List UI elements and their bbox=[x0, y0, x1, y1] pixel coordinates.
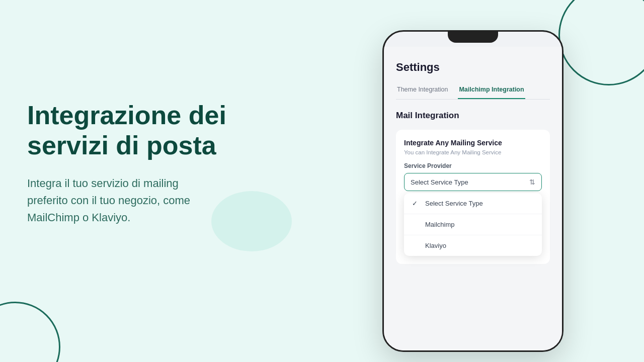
settings-panel: Settings Theme Integration Mailchimp Int… bbox=[384, 47, 562, 279]
select-box-text: Select Service Type bbox=[411, 178, 468, 186]
subtitle: Integra il tuo servizio di mailing prefe… bbox=[27, 175, 289, 226]
deco-circle-top-right bbox=[558, 0, 644, 85]
left-content: Integrazione dei servizi di posta Integr… bbox=[27, 101, 289, 226]
card-subtext: You can Integrate Any Mailing Service bbox=[404, 149, 542, 155]
phone-container: Settings Theme Integration Mailchimp Int… bbox=[382, 30, 564, 352]
checkmark-icon: ✓ bbox=[412, 200, 420, 207]
dropdown-item-label-1: Mailchimp bbox=[425, 221, 455, 228]
field-label: Service Provider bbox=[404, 162, 542, 169]
card-heading: Integrate Any Mailing Service bbox=[404, 139, 542, 147]
empty-check-1 bbox=[412, 221, 420, 228]
settings-title: Settings bbox=[396, 61, 550, 74]
section-title: Mail Integration bbox=[396, 111, 550, 121]
phone-shell: Settings Theme Integration Mailchimp Int… bbox=[382, 30, 564, 352]
dropdown-item-klaviyo[interactable]: Klaviyo bbox=[404, 235, 542, 256]
integration-card: Integrate Any Mailing Service You can In… bbox=[396, 130, 550, 264]
tab-mailchimp-integration[interactable]: Mailchimp Integration bbox=[458, 83, 525, 99]
dropdown-item-mailchimp[interactable]: Mailchimp bbox=[404, 214, 542, 235]
dropdown-item-label-0: Select Service Type bbox=[425, 200, 483, 207]
select-chevron-icon: ⇅ bbox=[529, 178, 535, 186]
title-line2: servizi di posta bbox=[27, 131, 216, 160]
tab-theme-integration[interactable]: Theme Integration bbox=[396, 83, 449, 99]
phone-notch bbox=[448, 32, 498, 43]
phone-content: Settings Theme Integration Mailchimp Int… bbox=[384, 47, 562, 350]
deco-circle-bottom-left bbox=[0, 302, 60, 362]
dropdown-item-label-2: Klaviyo bbox=[425, 242, 446, 249]
dropdown-menu: ✓ Select Service Type Mailchimp Klaviyo bbox=[404, 193, 542, 256]
title-line1: Integrazione dei bbox=[27, 101, 226, 130]
dropdown-item-select-service-type[interactable]: ✓ Select Service Type bbox=[404, 193, 542, 214]
empty-check-2 bbox=[412, 242, 420, 249]
tabs-row: Theme Integration Mailchimp Integration bbox=[396, 83, 550, 100]
main-title: Integrazione dei servizi di posta bbox=[27, 101, 289, 161]
service-type-select[interactable]: Select Service Type ⇅ bbox=[404, 173, 542, 191]
